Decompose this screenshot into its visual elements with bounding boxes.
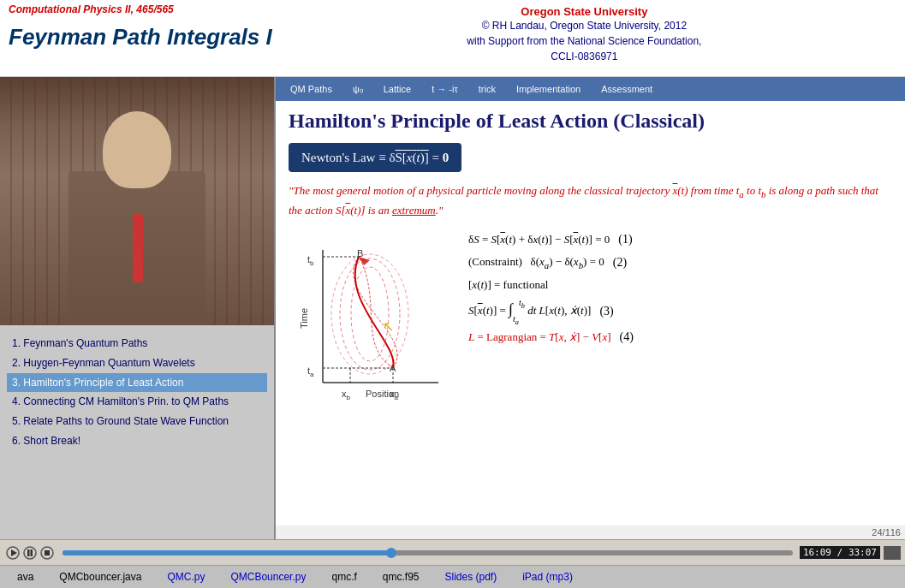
presenter-figure (43, 111, 231, 325)
time-current: 16:09 (803, 547, 831, 558)
copyright-text: © RH Landau, Oregon State University, 20… (272, 18, 896, 64)
bottom-ava: ava (17, 571, 33, 583)
slide-nav-implementation[interactable]: Implementation (506, 84, 591, 94)
svg-rect-22 (27, 549, 30, 556)
slide-content: Hamilton's Principle of Least Action (Cl… (276, 101, 905, 526)
svg-rect-25 (45, 550, 50, 555)
slide-nav-assessment[interactable]: Assessment (591, 84, 663, 94)
svg-text:Time: Time (299, 308, 309, 329)
nav-item-6[interactable]: 6. Short Break! (7, 431, 267, 451)
controls-bar: 16:09 / 33:07 (0, 539, 905, 565)
svg-marker-13 (359, 257, 370, 265)
newton-law-box: Newton's Law ≡ δS[x(t)] = 0 (289, 143, 461, 172)
video-placeholder (0, 77, 274, 325)
main-area: 1. Feynman's Quantum Paths 2. Huygen-Fey… (0, 77, 905, 539)
slide-footer: 24/116 (276, 526, 905, 539)
bottom-ipad-mp3[interactable]: iPad (mp3) (522, 571, 573, 583)
slide-nav-t[interactable]: t → -iτ (421, 84, 468, 94)
eq-row-2: (Constraint) δ(xa) − δ(xb) = 0 (2) (468, 255, 892, 270)
slide-nav-lattice[interactable]: Lattice (373, 84, 421, 94)
bottom-qmcf95: qmc.f95 (383, 571, 420, 583)
eq-number-lagrangian: (4) (620, 330, 634, 344)
slide-nav-psi0[interactable]: ψ₀ (342, 84, 373, 95)
progress-bar[interactable] (63, 550, 793, 555)
svg-marker-20 (11, 549, 17, 556)
eq-row-1: δS = S[x(t) + δx(t)] − S[x(t)] = 0 (1) (468, 233, 892, 246)
nav-item-3[interactable]: 3. Hamilton's Principle of Least Action (7, 373, 267, 393)
university-name: Oregon State University (272, 5, 896, 18)
slide-nav-qmpaths[interactable]: QM Paths (280, 84, 342, 94)
path-diagram: Time Position tb ta B A xb (289, 233, 460, 404)
bottom-bar: ava QMCbouncer.java QMC.py QMCBouncer.py… (0, 565, 905, 588)
left-panel: 1. Feynman's Quantum Paths 2. Huygen-Fey… (0, 77, 274, 539)
nav-item-2[interactable]: 2. Huygen-Feynman Quantum Wavelets (7, 353, 267, 373)
svg-text:↖: ↖ (383, 319, 394, 334)
bottom-qmcpy[interactable]: QMC.py (167, 571, 205, 583)
nav-item-5[interactable]: 5. Relate Paths to Ground State Wave Fun… (7, 412, 267, 431)
page-count: 24/116 (872, 527, 901, 538)
time-total: 33:07 (848, 547, 877, 558)
svg-text:xb: xb (342, 389, 351, 401)
progress-handle[interactable] (386, 548, 396, 558)
stop-button[interactable] (39, 544, 56, 561)
header-center: Oregon State University © RH Landau, Ore… (272, 3, 896, 64)
svg-rect-23 (31, 549, 33, 556)
play-button[interactable] (4, 544, 21, 561)
slide-title: Hamilton's Principle of Least Action (Cl… (289, 110, 892, 133)
fullscreen-button[interactable] (884, 546, 901, 560)
bottom-qmcbouncer-java: QMCbouncer.java (59, 571, 141, 583)
svg-point-11 (351, 267, 389, 361)
slide-nav-bar: QM Paths ψ₀ Lattice t → -iτ trick Implem… (276, 77, 905, 101)
progress-bar-fill (63, 550, 391, 555)
eq-row-4: S[x(t)] = ∫tatb dt L[x(t), ẋ(t)] (3) (468, 300, 892, 322)
bottom-slides-pdf[interactable]: Slides (pdf) (445, 571, 497, 583)
slide-panel: QM Paths ψ₀ Lattice t → -iτ trick Implem… (274, 77, 905, 539)
eq-row-5: L = Lagrangian = T[x, ẋ] − V[x] (4) (468, 330, 892, 344)
nav-item-4[interactable]: 4. Connecting CM Hamilton's Prin. to QM … (7, 392, 267, 412)
newton-law-text: Newton's Law ≡ δS[x(t)] = 0 (301, 151, 449, 164)
eq-number-integral: (3) (599, 305, 613, 318)
equations-right: δS = S[x(t) + δx(t)] − S[x(t)] = 0 (1) (… (468, 233, 892, 404)
pause-button[interactable] (21, 544, 39, 561)
slide-nav-trick[interactable]: trick (468, 84, 506, 94)
nav-item-1[interactable]: 1. Feynman's Quantum Paths (7, 334, 267, 353)
quote-text: "The most general motion of a physical p… (289, 182, 892, 220)
diagram-area: Time Position tb ta B A xb (289, 233, 460, 404)
header-left: Computational Physics II, 465/565 Feynma… (9, 3, 272, 50)
header: Computational Physics II, 465/565 Feynma… (0, 0, 905, 77)
bottom-qmcbouncerpy[interactable]: QMCBouncer.py (230, 571, 306, 583)
bottom-qmcf: qmc.f (331, 571, 356, 583)
page-title: Feynman Path Integrals I (9, 24, 272, 50)
nav-list: 1. Feynman's Quantum Paths 2. Huygen-Fey… (0, 325, 274, 539)
equations-area: Time Position tb ta B A xb (289, 233, 892, 404)
svg-point-21 (24, 547, 36, 559)
video-area (0, 77, 274, 325)
eq-number-1: (1) (618, 233, 632, 246)
extremum-link: extremum (392, 204, 436, 217)
course-title: Computational Physics II, 465/565 (9, 3, 272, 15)
svg-text:ta: ta (307, 365, 314, 378)
time-display: 16:09 / 33:07 (800, 546, 880, 559)
svg-text:tb: tb (307, 254, 314, 267)
eq-number-2: (2) (613, 256, 627, 270)
eq-row-3: [x(t)] = functional (468, 278, 892, 292)
